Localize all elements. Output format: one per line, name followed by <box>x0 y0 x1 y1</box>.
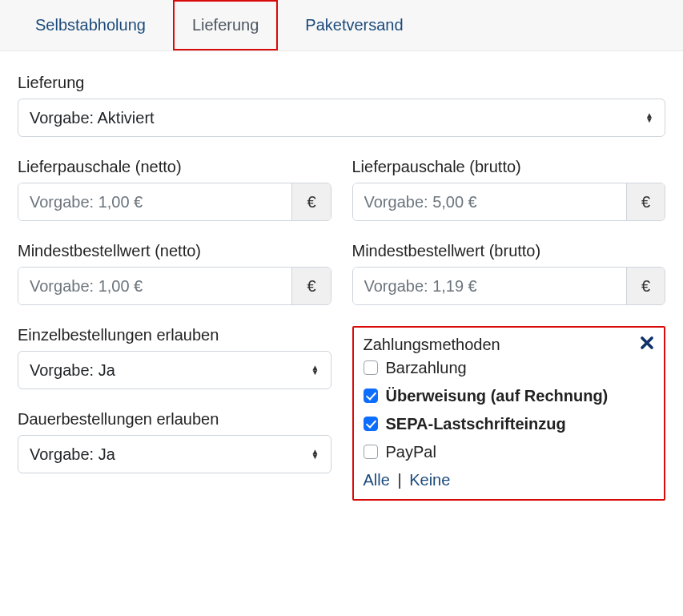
fee-gross-label: Lieferpauschale (brutto) <box>352 158 666 176</box>
delivery-status-label: Lieferung <box>18 74 665 92</box>
tab-paketversand[interactable]: Paketversand <box>286 0 422 50</box>
payment-cash-label: Barzahlung <box>386 357 467 379</box>
min-net-field: Mindestbestellwert (netto) € <box>18 242 331 305</box>
euro-suffix-icon: € <box>626 183 665 220</box>
chevron-updown-icon: ▲▼ <box>311 365 319 375</box>
chevron-updown-icon: ▲▼ <box>311 449 319 459</box>
min-gross-label: Mindestbestellwert (brutto) <box>352 242 666 260</box>
fee-net-field: Lieferpauschale (netto) € <box>18 158 331 221</box>
payment-methods-title: Zahlungsmethoden <box>364 336 500 354</box>
recurring-orders-value: Vorgabe: Ja <box>30 445 115 464</box>
tab-selbstabholung[interactable]: Selbstabholung <box>16 0 165 50</box>
fee-gross-input[interactable] <box>353 183 626 220</box>
tab-bar: Selbstabholung Lieferung Paketversand <box>0 0 683 51</box>
delivery-status-value: Vorgabe: Aktiviert <box>30 109 155 127</box>
payment-sepa-label: SEPA-Lastschrifteinzug <box>386 413 566 435</box>
delivery-status-field: Lieferung Vorgabe: Aktiviert ▲▼ <box>18 74 665 137</box>
payment-transfer-label: Überweisung (auf Rechnung) <box>386 385 609 407</box>
euro-suffix-icon: € <box>291 183 330 220</box>
recurring-orders-select[interactable]: Vorgabe: Ja ▲▼ <box>18 435 331 473</box>
fee-net-label: Lieferpauschale (netto) <box>18 158 331 176</box>
single-orders-select[interactable]: Vorgabe: Ja ▲▼ <box>18 351 331 389</box>
fee-gross-field: Lieferpauschale (brutto) € <box>352 158 666 221</box>
min-gross-field: Mindestbestellwert (brutto) € <box>352 242 666 305</box>
select-all-link[interactable]: Alle <box>364 471 390 489</box>
payment-cash-checkbox[interactable] <box>364 360 378 375</box>
tab-lieferung[interactable]: Lieferung <box>173 0 278 50</box>
payment-paypal-label: PayPal <box>386 441 436 463</box>
close-icon[interactable] <box>640 336 654 353</box>
single-orders-field: Einzelbestellungen erlauben Vorgabe: Ja … <box>18 326 331 389</box>
payment-select-links: Alle | Keine <box>364 471 655 489</box>
chevron-updown-icon: ▲▼ <box>645 113 653 123</box>
min-net-input[interactable] <box>18 268 291 304</box>
min-net-label: Mindestbestellwert (netto) <box>18 242 331 260</box>
payment-sepa-checkbox[interactable] <box>364 417 378 431</box>
recurring-orders-field: Dauerbestellungen erlauben Vorgabe: Ja ▲… <box>18 410 331 473</box>
payment-paypal-checkbox[interactable] <box>364 445 378 459</box>
euro-suffix-icon: € <box>291 268 330 304</box>
single-orders-label: Einzelbestellungen erlauben <box>18 326 331 344</box>
payment-methods-panel: Zahlungsmethoden Barzahlung Überweisung … <box>352 326 666 501</box>
link-separator: | <box>397 471 401 489</box>
single-orders-value: Vorgabe: Ja <box>30 361 115 380</box>
select-none-link[interactable]: Keine <box>409 471 450 489</box>
fee-net-input[interactable] <box>18 183 291 220</box>
min-gross-input[interactable] <box>353 268 626 304</box>
content-area: Lieferung Vorgabe: Aktiviert ▲▼ Lieferpa… <box>0 51 683 512</box>
euro-suffix-icon: € <box>626 268 665 304</box>
payment-transfer-checkbox[interactable] <box>364 389 378 403</box>
recurring-orders-label: Dauerbestellungen erlauben <box>18 410 331 429</box>
close-icon-svg <box>640 336 654 350</box>
delivery-status-select[interactable]: Vorgabe: Aktiviert ▲▼ <box>18 99 665 137</box>
